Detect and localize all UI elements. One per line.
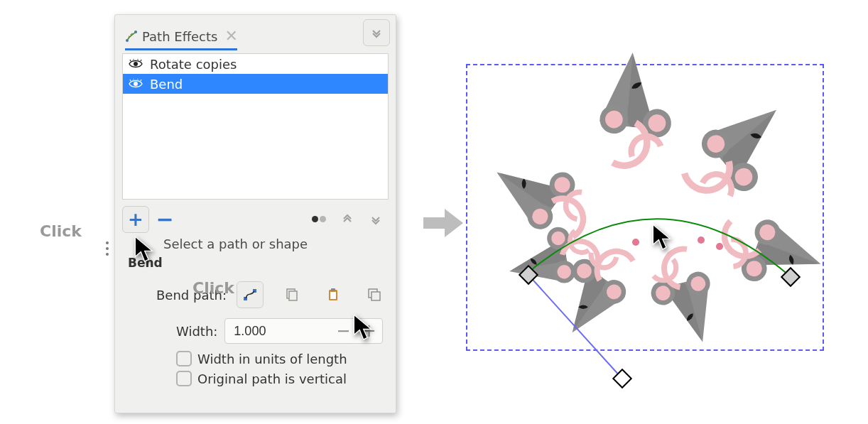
checkbox-icon [176,371,192,386]
tab-path-effects[interactable]: Path Effects ✕ [121,22,248,50]
arrow-right-icon [422,206,465,243]
hint-text: Select a path or shape [163,237,396,251]
path-effects-icon [125,30,138,43]
dialog-tabbar: Path Effects ✕ [115,15,396,50]
path-effects-dialog: Path Effects ✕ Rotate copies Bend + − Se… [114,14,396,413]
copy-path-button[interactable] [279,282,305,308]
visibility-icon[interactable] [129,59,143,69]
decrement-button[interactable]: − [330,321,356,341]
node-edit-icon [242,287,258,303]
svg-point-3 [134,82,138,86]
remove-effect-button[interactable]: − [152,207,178,232]
bend-options: Width in units of length Original path i… [176,351,396,386]
chk-original-vertical[interactable]: Original path is vertical [176,371,396,386]
svg-rect-7 [289,291,297,300]
svg-rect-9 [331,288,335,291]
chevron-up-icon [342,214,353,225]
annotation-click: Click [192,279,234,297]
tab-underline [125,48,237,50]
annotation-click: Click [40,222,82,240]
paste-icon [325,287,341,303]
move-down-button[interactable] [363,207,389,232]
effect-label: Rotate copies [150,57,237,72]
effect-section-title: Bend [128,256,383,270]
effect-row-bend[interactable]: Bend [123,74,388,94]
node-dot [698,237,705,244]
svg-rect-10 [330,292,336,299]
width-input[interactable] [225,319,330,343]
toggle-indicator-button[interactable] [306,207,332,232]
node-dot [716,243,723,250]
visibility-icon[interactable] [129,79,143,89]
canvas-preview [466,64,821,348]
link-icon [367,287,382,303]
effect-toolbar: + − [122,205,389,234]
width-spinbox[interactable]: − + [224,318,382,344]
svg-line-13 [527,273,621,377]
plus-icon: + [128,210,143,229]
edit-on-canvas-button[interactable] [237,281,264,308]
chk-width-units[interactable]: Width in units of length [176,351,396,366]
effect-row-rotate-copies[interactable]: Rotate copies [123,54,388,74]
width-row: Width: − + [115,318,396,344]
add-effect-button[interactable]: + [122,206,149,233]
chevron-down-icon [371,27,382,38]
increment-button[interactable]: + [356,321,381,341]
dots-icon [312,216,326,223]
width-label: Width: [176,324,217,339]
bend-path-overlay [466,64,821,398]
bend-path-row: Bend path: [115,281,396,308]
svg-rect-12 [371,292,380,300]
effect-label: Bend [150,77,183,92]
checkbox-icon [176,351,192,366]
collapse-panel-button[interactable] [363,19,390,46]
close-icon[interactable]: ✕ [224,28,237,44]
svg-point-2 [134,62,138,66]
paste-path-button[interactable] [320,282,346,308]
tab-label: Path Effects [142,29,217,44]
node-dot [632,239,639,246]
panel-grip-icon[interactable] [106,241,109,256]
copy-icon [284,287,300,303]
link-path-button[interactable] [362,282,387,308]
move-up-button[interactable] [335,207,360,232]
effects-list[interactable]: Rotate copies Bend [122,53,389,200]
chevron-down-icon [370,214,381,225]
minus-icon: − [156,209,173,230]
